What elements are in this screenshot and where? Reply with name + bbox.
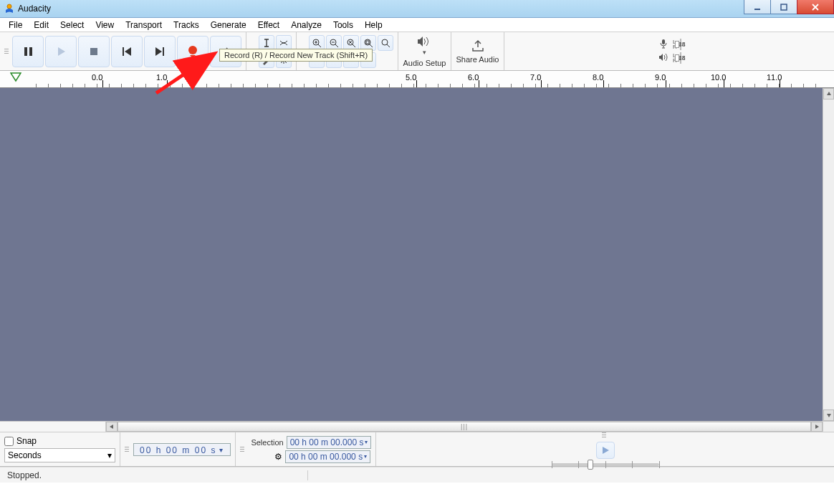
selection-end-field[interactable]: 00 h 00 m 00.000 s▾ bbox=[285, 450, 370, 463]
gear-icon[interactable]: ⚙ bbox=[251, 452, 282, 462]
close-button[interactable] bbox=[797, 0, 834, 14]
menu-select[interactable]: Select bbox=[54, 19, 90, 32]
playhead-icon[interactable] bbox=[10, 72, 21, 82]
svg-point-28 bbox=[365, 39, 370, 45]
snap-checkbox-input[interactable] bbox=[4, 437, 14, 446]
svg-rect-30 bbox=[366, 41, 369, 44]
chevron-down-icon[interactable]: ▾ bbox=[365, 439, 368, 445]
grip-icon[interactable] bbox=[4, 49, 9, 54]
playback-speed-slider[interactable] bbox=[552, 463, 659, 466]
menu-analyze[interactable]: Analyze bbox=[285, 19, 327, 32]
svg-point-11 bbox=[188, 46, 197, 54]
svg-rect-6 bbox=[90, 48, 97, 55]
svg-line-32 bbox=[387, 44, 390, 47]
zoom-toggle-button[interactable] bbox=[378, 35, 393, 51]
scrollbar-thumb[interactable]: ||| bbox=[118, 422, 811, 432]
scroll-up-button[interactable] bbox=[823, 88, 834, 100]
svg-point-31 bbox=[382, 39, 388, 45]
share-audio-label: Share Audio bbox=[456, 55, 499, 64]
timeline-ruler[interactable]: 0.0 1.0 5.0 6.0 7.0 8.0 9.0 10.0 11.0 bbox=[0, 71, 834, 88]
toolbar: ▾ Audio Setup Share Audio LR -48 -24 LR … bbox=[0, 32, 834, 71]
title-bar: Audacity bbox=[0, 0, 834, 18]
svg-marker-5 bbox=[58, 47, 65, 56]
record-tooltip: Record (R) / Record New Track (Shift+R) bbox=[219, 49, 373, 62]
svg-rect-3 bbox=[24, 47, 27, 56]
menu-transport[interactable]: Transport bbox=[120, 19, 168, 32]
audio-setup-button[interactable]: ▾ Audio Setup bbox=[398, 32, 451, 70]
svg-rect-10 bbox=[163, 47, 164, 56]
svg-rect-4 bbox=[29, 47, 32, 56]
svg-line-29 bbox=[370, 44, 373, 47]
share-audio-button[interactable]: Share Audio bbox=[451, 32, 504, 70]
svg-rect-2 bbox=[781, 4, 787, 10]
window-controls bbox=[744, 0, 834, 14]
svg-rect-7 bbox=[123, 47, 124, 56]
play-at-speed-button[interactable] bbox=[596, 442, 615, 459]
scroll-left-button[interactable] bbox=[106, 422, 118, 432]
menu-bar: File Edit Select View Transport Tracks G… bbox=[0, 18, 834, 32]
chevron-down-icon[interactable]: ▾ bbox=[364, 453, 367, 460]
app-icon bbox=[4, 4, 14, 14]
svg-line-27 bbox=[353, 44, 355, 47]
maximize-button[interactable] bbox=[770, 0, 797, 14]
skip-end-button[interactable] bbox=[144, 36, 176, 67]
pause-button[interactable] bbox=[12, 36, 44, 67]
selection-start-field[interactable]: 00 h 00 m 00.000 s▾ bbox=[287, 436, 372, 449]
svg-marker-41 bbox=[603, 447, 609, 454]
selection-label: Selection bbox=[251, 438, 283, 447]
play-button[interactable] bbox=[45, 36, 77, 67]
menu-file[interactable]: File bbox=[3, 19, 28, 32]
svg-line-21 bbox=[335, 44, 338, 47]
track-canvas[interactable] bbox=[0, 88, 823, 421]
share-icon bbox=[471, 39, 485, 52]
horizontal-scrollbar-row: ||| bbox=[0, 421, 834, 432]
snap-units-select[interactable]: Seconds ▾ bbox=[4, 448, 115, 462]
menu-tracks[interactable]: Tracks bbox=[168, 19, 205, 32]
playback-meter[interactable]: -48 -24 bbox=[680, 52, 681, 64]
svg-marker-12 bbox=[190, 55, 196, 58]
grip-icon[interactable] bbox=[602, 432, 606, 437]
meter-end-icon bbox=[675, 54, 679, 62]
timecode-display[interactable]: 00 h 00 m 00 s▾ bbox=[133, 443, 231, 456]
skip-start-button[interactable] bbox=[111, 36, 143, 67]
svg-marker-39 bbox=[110, 425, 113, 429]
chevron-down-icon[interactable]: ▾ bbox=[219, 446, 224, 454]
svg-line-14 bbox=[318, 44, 321, 47]
audio-setup-label: Audio Setup bbox=[403, 59, 446, 67]
menu-view[interactable]: View bbox=[90, 19, 120, 32]
mic-icon[interactable] bbox=[657, 39, 670, 51]
play-speed-panel bbox=[376, 432, 834, 466]
grip-icon[interactable] bbox=[240, 447, 244, 452]
stop-button[interactable] bbox=[78, 36, 110, 67]
track-area bbox=[0, 88, 834, 421]
scroll-down-button[interactable] bbox=[823, 410, 834, 421]
record-button[interactable] bbox=[177, 36, 208, 67]
svg-marker-38 bbox=[827, 414, 831, 417]
bottom-toolbar: Snap Seconds ▾ 00 h 00 m 00 s▾ Selection… bbox=[0, 432, 834, 467]
svg-marker-8 bbox=[125, 47, 131, 56]
status-bar: Stopped. bbox=[0, 467, 834, 483]
chevron-down-icon: ▾ bbox=[107, 450, 112, 460]
svg-point-0 bbox=[7, 4, 11, 9]
speaker-icon bbox=[416, 35, 433, 47]
snap-panel: Snap Seconds ▾ bbox=[0, 432, 120, 466]
minimize-button[interactable] bbox=[744, 0, 771, 14]
recording-meter[interactable]: -48 -24 bbox=[680, 39, 681, 50]
hscroll-pad bbox=[0, 422, 106, 432]
scroll-right-button[interactable] bbox=[811, 422, 823, 432]
horizontal-scrollbar[interactable]: ||| bbox=[106, 422, 823, 432]
vertical-scrollbar[interactable] bbox=[823, 88, 834, 421]
snap-checkbox[interactable]: Snap bbox=[4, 436, 115, 446]
menu-edit[interactable]: Edit bbox=[28, 19, 54, 32]
svg-marker-37 bbox=[827, 92, 831, 95]
grip-icon[interactable] bbox=[125, 447, 129, 452]
svg-marker-36 bbox=[11, 73, 21, 81]
menu-effect[interactable]: Effect bbox=[252, 19, 285, 32]
svg-rect-1 bbox=[754, 9, 760, 10]
menu-generate[interactable]: Generate bbox=[205, 19, 252, 32]
menu-tools[interactable]: Tools bbox=[327, 19, 359, 32]
slider-knob[interactable] bbox=[588, 460, 593, 470]
selection-panel: Selection 00 h 00 m 00.000 s▾ ⚙ 00 h 00 … bbox=[236, 432, 376, 466]
speaker-icon[interactable] bbox=[657, 52, 670, 64]
menu-help[interactable]: Help bbox=[359, 19, 388, 32]
